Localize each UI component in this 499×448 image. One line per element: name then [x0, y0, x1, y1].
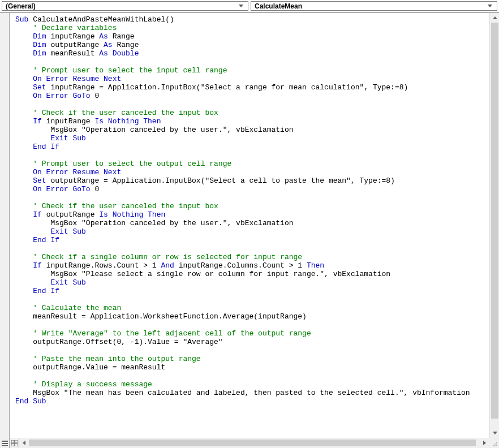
code-line: ' Display a success message [15, 380, 489, 389]
code-line: ' Check if the user canceled the input b… [15, 109, 489, 117]
procedure-dropdown[interactable]: CalculateMean [251, 1, 497, 11]
code-line: MsgBox "Please select a single row or co… [15, 270, 489, 278]
code-pane[interactable]: Sub CalculateAndPasteMeanWithLabel() ' D… [10, 13, 489, 438]
code-line: MsgBox "Operation canceled by the user."… [15, 126, 489, 134]
code-line: If outputRange Is Nothing Then [15, 210, 489, 219]
breakpoint-gutter[interactable] [0, 13, 10, 438]
svg-rect-1 [2, 443, 8, 444]
code-line [15, 58, 489, 66]
code-line: ' Write "Average" to the left adjacent c… [15, 329, 489, 338]
chevron-down-icon [485, 2, 494, 11]
code-line: ' Declare variables [15, 24, 489, 32]
svg-point-7 [496, 442, 497, 443]
svg-point-10 [493, 445, 494, 446]
code-line: ' Check if the user canceled the input b… [15, 202, 489, 210]
code-line [15, 100, 489, 109]
code-line: Exit Sub [15, 134, 489, 143]
code-line: ' Prompt user to select the output cell … [15, 160, 489, 168]
code-line: On Error Resume Next [15, 75, 489, 83]
code-line: On Error GoTo 0 [15, 185, 489, 193]
svg-point-11 [494, 445, 496, 446]
code-line: Exit Sub [15, 278, 489, 287]
code-line: On Error Resume Next [15, 168, 489, 176]
code-line: ' Paste the mean into the output range [15, 355, 489, 363]
svg-rect-0 [2, 441, 8, 442]
code-line: Set inputRange = Application.InputBox("S… [15, 83, 489, 92]
procedure-dropdown-label: CalculateMean [255, 2, 302, 10]
code-line [15, 193, 489, 202]
resize-grip-icon[interactable] [489, 438, 499, 448]
svg-point-12 [496, 445, 497, 446]
svg-rect-5 [11, 443, 14, 446]
svg-point-8 [494, 443, 496, 445]
scroll-down-arrow-icon[interactable] [490, 428, 499, 438]
code-line [15, 151, 489, 160]
svg-rect-6 [15, 443, 18, 446]
code-line [15, 346, 489, 355]
svg-point-9 [496, 443, 497, 445]
code-line: ' Prompt user to select the input cell r… [15, 66, 489, 75]
svg-rect-2 [2, 445, 8, 446]
code-line: MsgBox "Operation canceled by the user."… [15, 219, 489, 227]
code-line: Exit Sub [15, 227, 489, 236]
code-line: If inputRange Is Nothing Then [15, 117, 489, 126]
code-line: outputRange.Value = meanResult [15, 363, 489, 372]
code-line [15, 372, 489, 380]
scroll-up-arrow-icon[interactable] [490, 13, 499, 23]
code-line: End If [15, 287, 489, 295]
horizontal-scrollbar[interactable] [19, 438, 489, 448]
horizontal-scroll-thumb[interactable] [29, 440, 476, 446]
editor-area: Sub CalculateAndPasteMeanWithLabel() ' D… [0, 12, 499, 448]
scroll-left-arrow-icon[interactable] [19, 438, 29, 448]
code-line: Dim meanResult As Double [15, 49, 489, 58]
svg-rect-3 [11, 440, 14, 443]
code-line: meanResult = Application.WorksheetFuncti… [15, 312, 489, 321]
bottom-bar [0, 438, 499, 448]
scroll-right-arrow-icon[interactable] [480, 438, 489, 448]
full-module-view-button[interactable] [10, 438, 19, 448]
chevron-down-icon [236, 2, 246, 11]
code-line: Dim outputRange As Range [15, 41, 489, 49]
code-line: End If [15, 236, 489, 244]
code-line: outputRange.Offset(0, -1).Value = "Avera… [15, 338, 489, 346]
procedure-view-button[interactable] [0, 438, 10, 448]
code-line: ' Check if a single column or row is sel… [15, 253, 489, 261]
code-line: ' Calculate the mean [15, 304, 489, 312]
dropdown-row: (General) CalculateMean [0, 0, 499, 12]
object-dropdown-label: (General) [6, 2, 36, 10]
code-line: Set outputRange = Application.InputBox("… [15, 176, 489, 185]
object-dropdown[interactable]: (General) [2, 1, 248, 11]
code-line: Dim inputRange As Range [15, 32, 489, 41]
code-line: If inputRange.Rows.Count > 1 And inputRa… [15, 261, 489, 270]
code-line: Sub CalculateAndPasteMeanWithLabel() [15, 15, 489, 24]
code-line [15, 244, 489, 253]
vertical-scroll-thumb[interactable] [491, 23, 498, 419]
code-line: MsgBox "The mean has been calculated and… [15, 389, 489, 397]
vertical-scrollbar[interactable] [489, 13, 499, 438]
code-line [15, 295, 489, 304]
code-line: On Error GoTo 0 [15, 92, 489, 100]
code-line [15, 321, 489, 329]
code-line: End Sub [15, 397, 489, 406]
code-line: End If [15, 143, 489, 151]
svg-rect-4 [15, 440, 18, 443]
